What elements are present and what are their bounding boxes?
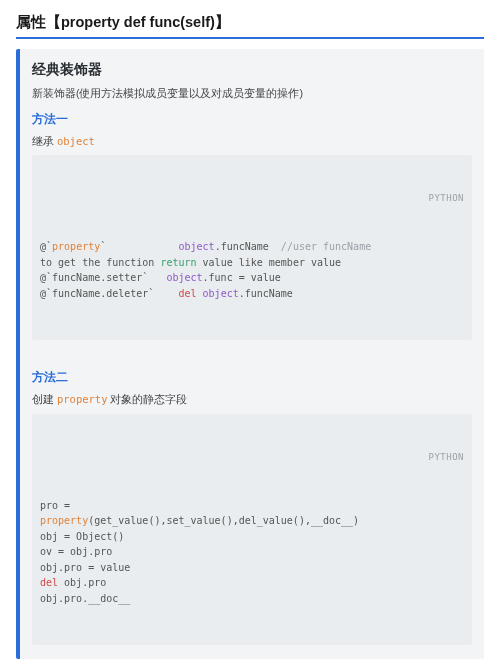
inherit-keyword: object: [57, 135, 95, 147]
method2-create-line: 创建 property 对象的静态字段: [32, 392, 472, 408]
inherit-prefix: 继承: [32, 135, 57, 147]
block-desc: 新装饰器(使用方法模拟成员变量以及对成员变量的操作): [32, 86, 472, 102]
classic-decorator-block: 经典装饰器 新装饰器(使用方法模拟成员变量以及对成员变量的操作) 方法一 继承 …: [16, 49, 484, 660]
create-prefix: 创建: [32, 393, 57, 405]
method2-code: PYTHON pro = property(get_value(),set_va…: [32, 414, 472, 645]
code-lang-label: PYTHON: [40, 192, 464, 206]
block-header: 经典装饰器: [32, 59, 472, 80]
method2-label: 方法二: [32, 368, 472, 386]
code-lang-label: PYTHON: [40, 451, 464, 465]
method1-code: PYTHON @`property` object.funcName //use…: [32, 155, 472, 340]
create-keyword: property: [57, 393, 108, 405]
code-body: @`property` object.funcName //user funcN…: [40, 239, 464, 301]
code-body: pro = property(get_value(),set_value(),d…: [40, 498, 464, 607]
method1-inherit-line: 继承 object: [32, 134, 472, 150]
section-title-property: 属性【property def func(self)】: [16, 12, 484, 39]
method1-label: 方法一: [32, 110, 472, 128]
create-suffix: 对象的静态字段: [108, 393, 188, 405]
